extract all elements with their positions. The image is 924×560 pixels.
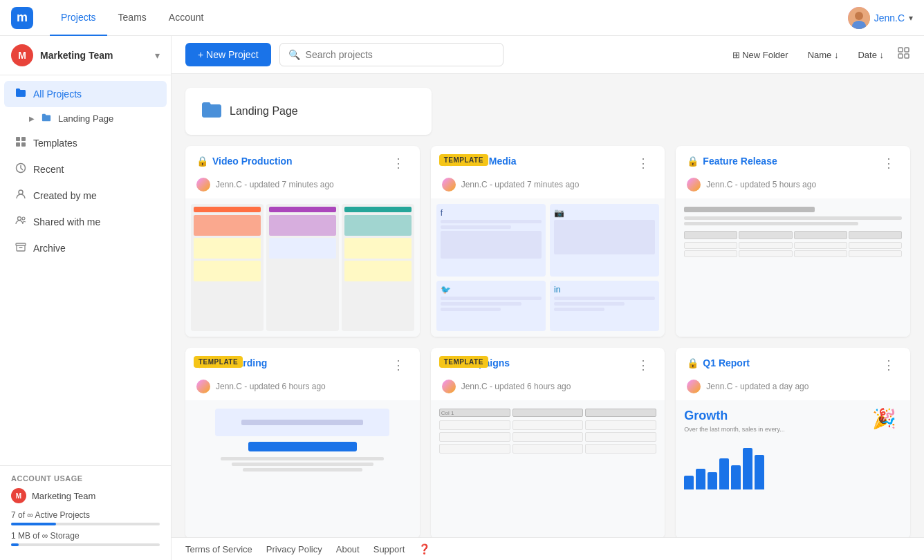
search-input[interactable]	[306, 49, 495, 60]
archive-label: Archive	[33, 243, 66, 254]
top-nav: m Projects Teams Account Jenn.C ▾	[0, 0, 924, 36]
project-preview: Col 1	[431, 400, 665, 537]
kanban-col-done	[342, 204, 414, 331]
projects-usage-bar	[11, 523, 160, 525]
person-icon	[15, 189, 26, 203]
kebab-menu-button[interactable]: ⋮	[388, 156, 409, 171]
project-preview	[185, 198, 420, 337]
project-card-social-media[interactable]: TEMPLATE ⭐ Social Media ⋮ Jenn.C - updat…	[431, 146, 665, 337]
recent-icon	[15, 162, 26, 176]
nav-teams[interactable]: Teams	[107, 0, 158, 36]
sidebar: M Marketing Team ▾ All Projects ▶	[0, 36, 172, 560]
workspace-info: M Marketing Team	[11, 44, 113, 66]
svg-rect-14	[898, 54, 903, 58]
archive-icon	[15, 241, 26, 255]
kebab-menu-button[interactable]: ⋮	[388, 357, 409, 373]
svg-rect-3	[16, 137, 20, 141]
help-icon[interactable]: ❓	[418, 543, 430, 554]
sidebar-nav: All Projects ▶ Landing Page	[0, 75, 171, 465]
about-link[interactable]: About	[336, 544, 360, 554]
terms-link[interactable]: Terms of Service	[185, 544, 252, 554]
workspace-footer-name: Marketing Team	[32, 491, 95, 501]
shared-with-me-label: Shared with me	[33, 216, 100, 227]
nav-account[interactable]: Account	[158, 0, 215, 36]
name-sort-button[interactable]: Name ↓	[802, 46, 844, 64]
project-meta-text: Jenn.C - updated 7 minutes ago	[461, 180, 580, 189]
social-panel-tw: 🐦	[436, 281, 546, 331]
new-project-button[interactable]: + New Project	[185, 43, 271, 66]
sub-folder-icon	[41, 113, 51, 124]
project-meta-text: Jenn.C - updated 5 hours ago	[706, 180, 816, 189]
folder-icon	[202, 102, 221, 121]
content-topbar: + New Project 🔍 ⊞ New Folder Name ↓ Date…	[172, 36, 924, 74]
kanban-col-doing	[266, 204, 339, 331]
chevron-down-icon[interactable]: ▾	[155, 50, 160, 61]
svg-rect-5	[16, 142, 20, 147]
folder-name: Landing Page	[230, 105, 298, 118]
svg-point-9	[18, 217, 21, 221]
sidebar-item-archive[interactable]: Archive	[4, 235, 167, 261]
new-folder-button[interactable]: ⊞ New Folder	[727, 46, 794, 64]
sidebar-item-landing-page[interactable]: ▶ Landing Page	[4, 107, 167, 130]
social-panel-fb: f	[436, 204, 546, 277]
date-sort-button[interactable]: Date ↓	[852, 46, 889, 64]
svg-rect-6	[21, 142, 26, 147]
svg-rect-15	[905, 54, 909, 58]
project-card-video-production[interactable]: 🔒 Video Production ⋮ Jenn.C - updated 7 …	[185, 146, 420, 337]
svg-rect-11	[16, 243, 26, 245]
project-title: Feature Release	[703, 156, 777, 167]
kebab-menu-button[interactable]: ⋮	[878, 156, 899, 171]
templates-label: Templates	[33, 138, 77, 149]
sidebar-item-templates[interactable]: Templates	[4, 130, 167, 156]
recent-label: Recent	[33, 164, 64, 175]
privacy-link[interactable]: Privacy Policy	[266, 544, 322, 554]
sidebar-item-shared-with-me[interactable]: Shared with me	[4, 209, 167, 235]
project-preview: 🎉 Growth Over the last month, sales in e…	[676, 400, 910, 537]
templates-icon	[15, 136, 26, 150]
project-title: Video Production	[212, 156, 293, 167]
storage-text: 1 MB of ∞ Storage	[11, 531, 160, 541]
project-meta-text: Jenn.C - updated 6 hours ago	[216, 382, 326, 391]
support-link[interactable]: Support	[373, 544, 405, 554]
sidebar-item-all-projects[interactable]: All Projects	[4, 81, 167, 107]
grid-view-icon[interactable]	[898, 47, 910, 62]
active-projects-text: 7 of ∞ Active Projects	[11, 510, 160, 520]
projects-grid: 🔒 Video Production ⋮ Jenn.C - updated 7 …	[185, 146, 910, 537]
sidebar-item-created-by-me[interactable]: Created by me	[4, 183, 167, 209]
nav-projects[interactable]: Projects	[50, 0, 107, 36]
workspace-footer-avatar: M	[11, 488, 26, 503]
user-nav[interactable]: Jenn.C ▾	[848, 7, 913, 29]
svg-point-1	[855, 12, 863, 20]
account-usage-label: Account Usage	[11, 474, 160, 483]
triangle-icon: ▶	[29, 115, 35, 122]
app-logo[interactable]: m	[11, 7, 33, 29]
project-meta-text: Jenn.C - updated 6 hours ago	[461, 382, 571, 391]
svg-rect-4	[21, 137, 26, 141]
project-card-feature-release[interactable]: 🔒 Feature Release ⋮ Jenn.C - updated 5 h…	[676, 146, 910, 337]
search-box: 🔍	[279, 43, 504, 66]
project-card-campaigns[interactable]: TEMPLATE ⭐ Campaigns ⋮ Jenn.C - updated …	[431, 348, 665, 537]
lock-icon: 🔒	[687, 156, 699, 167]
avatar	[848, 7, 870, 29]
svg-point-8	[19, 190, 23, 194]
avatar	[196, 380, 210, 393]
user-nav-name: Jenn.C	[874, 12, 905, 24]
sub-folder-label: Landing Page	[58, 113, 113, 124]
project-meta-text: Jenn.C - updated 7 minutes ago	[216, 180, 334, 189]
avatar	[687, 178, 701, 192]
project-preview	[185, 400, 420, 537]
kebab-menu-button[interactable]: ⋮	[878, 357, 899, 373]
avatar	[196, 178, 210, 192]
kebab-menu-button[interactable]: ⋮	[633, 357, 654, 373]
search-icon: 🔍	[288, 49, 300, 60]
project-title: Q1 Report	[703, 357, 750, 368]
avatar	[442, 178, 456, 192]
main-layout: M Marketing Team ▾ All Projects ▶	[0, 36, 924, 560]
avatar	[442, 380, 456, 393]
sidebar-item-recent[interactable]: Recent	[4, 156, 167, 183]
folder-card[interactable]: Landing Page	[185, 88, 432, 135]
project-card-onboarding[interactable]: TEMPLATE ⭐ Onboarding ⋮ Jenn.C - updated…	[185, 348, 420, 537]
kebab-menu-button[interactable]: ⋮	[633, 156, 654, 171]
project-card-q1-report[interactable]: 🔒 Q1 Report ⋮ Jenn.C - updated a day ago…	[676, 348, 910, 537]
project-preview	[676, 198, 910, 337]
